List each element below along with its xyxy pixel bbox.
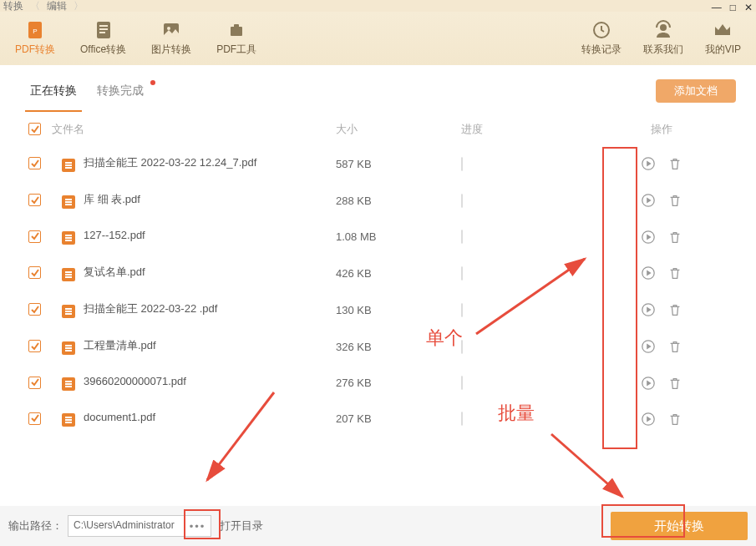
row-checkbox[interactable]: [28, 266, 41, 279]
svg-rect-4: [99, 28, 108, 30]
progress-bar: [461, 340, 463, 354]
file-name: document1.pdf: [84, 411, 155, 423]
progress-bar: [461, 194, 463, 208]
file-name: 扫描全能王 2022-03-22 .pdf: [84, 302, 217, 315]
toolbar-history[interactable]: 转换记录: [581, 20, 622, 57]
file-name: 工程量清单.pdf: [84, 339, 156, 351]
file-row: 复试名单.pdf426 KB: [20, 255, 736, 291]
toolbar-vip[interactable]: 我的VIP: [705, 20, 741, 57]
breadcrumb: 转换 〈 编辑 〉: [3, 0, 89, 13]
breadcrumb-item[interactable]: 转换: [3, 0, 23, 13]
file-name: 扫描全能王 2022-03-22 12.24_7.pdf: [84, 156, 256, 169]
svg-line-22: [551, 434, 622, 497]
row-checkbox[interactable]: [28, 340, 41, 352]
file-size: 288 KB: [336, 195, 461, 207]
toolbar-pdf-convert[interactable]: P PDF转换: [15, 20, 55, 57]
file-size: 426 KB: [336, 267, 461, 280]
delete-icon[interactable]: [667, 302, 682, 317]
contact-icon: [653, 20, 673, 40]
start-convert-button[interactable]: 开始转换: [611, 512, 748, 540]
col-filename: 文件名: [52, 122, 336, 137]
file-name: 复试名单.pdf: [84, 265, 145, 278]
row-checkbox[interactable]: [28, 230, 41, 243]
delete-icon[interactable]: [667, 156, 682, 171]
progress-bar: [461, 376, 463, 390]
progress-bar: [461, 230, 463, 244]
arrow-icon: [543, 426, 635, 509]
tools-icon: [226, 20, 246, 40]
col-size: 大小: [336, 122, 461, 137]
open-folder-link[interactable]: 打开目录: [220, 518, 263, 533]
svg-point-7: [167, 27, 170, 30]
file-name: 库 细 表.pdf: [84, 193, 140, 205]
pdf-file-icon: [62, 305, 75, 318]
close-button[interactable]: ✕: [744, 2, 753, 13]
file-row: 扫描全能王 2022-03-22 .pdf130 KB: [20, 291, 736, 328]
footer: 输出路径： C:\Users\Administrator ••• 打开目录 开始…: [0, 506, 756, 546]
play-icon[interactable]: [641, 265, 656, 281]
breadcrumb-sep: 〈: [30, 0, 40, 13]
play-icon[interactable]: [641, 156, 656, 171]
svg-rect-9: [234, 24, 239, 28]
tab-converting[interactable]: 正在转换: [20, 77, 87, 105]
file-row: 库 细 表.pdf288 KB: [20, 182, 736, 219]
file-name: 127--152.pdf: [84, 229, 145, 241]
svg-rect-3: [99, 25, 108, 27]
select-all-checkbox[interactable]: [28, 123, 41, 135]
window-controls: — □ ✕: [712, 2, 753, 13]
file-row: 39660200000071.pdf276 KB: [20, 365, 736, 401]
delete-icon[interactable]: [667, 265, 682, 281]
pdf-file-icon: [62, 159, 75, 172]
play-icon[interactable]: [641, 376, 656, 391]
tabbar: 正在转换 转换完成 添加文档: [0, 65, 756, 105]
delete-icon[interactable]: [667, 339, 682, 354]
add-document-button[interactable]: 添加文档: [656, 79, 736, 103]
delete-icon[interactable]: [667, 230, 682, 245]
pdf-file-icon: [62, 377, 75, 391]
output-path-input[interactable]: C:\Users\Administrator: [68, 515, 185, 537]
file-list: 文件名 大小 进度 操作 扫描全能王 2022-03-22 12.24_7.pd…: [0, 105, 756, 437]
file-size: 207 KB: [336, 412, 461, 425]
minimize-button[interactable]: —: [712, 2, 722, 13]
progress-bar: [461, 412, 463, 426]
play-icon[interactable]: [641, 230, 656, 245]
col-action: 操作: [620, 122, 703, 137]
row-checkbox[interactable]: [28, 157, 41, 169]
play-icon[interactable]: [641, 412, 656, 427]
play-icon[interactable]: [641, 302, 656, 317]
delete-icon[interactable]: [667, 193, 682, 208]
delete-icon[interactable]: [667, 412, 682, 427]
notification-dot-icon: [150, 80, 155, 85]
svg-rect-5: [99, 32, 105, 33]
col-progress: 进度: [461, 122, 620, 137]
toolbar-pdf-tools[interactable]: PDF工具: [216, 20, 256, 57]
play-icon[interactable]: [641, 339, 656, 354]
toolbar-office-convert[interactable]: Office转换: [80, 20, 126, 57]
toolbar-contact[interactable]: 联系我们: [643, 20, 683, 57]
svg-text:P: P: [33, 28, 37, 35]
breadcrumb-item[interactable]: 编辑: [47, 0, 67, 13]
pdf-file-icon: [62, 231, 75, 245]
list-header: 文件名 大小 进度 操作: [20, 114, 736, 145]
toolbar-image-convert[interactable]: 图片转换: [151, 20, 191, 57]
image-icon: [161, 20, 181, 40]
pdf-file-icon: [62, 341, 75, 355]
tab-completed[interactable]: 转换完成: [87, 77, 154, 105]
progress-bar: [461, 303, 463, 317]
row-checkbox[interactable]: [28, 303, 41, 316]
pdf-icon: P: [25, 20, 45, 40]
svg-point-11: [660, 24, 667, 31]
pdf-file-icon: [62, 268, 75, 281]
breadcrumb-sep: 〉: [74, 0, 84, 13]
row-checkbox[interactable]: [28, 194, 41, 206]
maximize-button[interactable]: □: [730, 2, 736, 13]
row-checkbox[interactable]: [28, 412, 41, 425]
play-icon[interactable]: [641, 193, 656, 208]
browse-button[interactable]: •••: [185, 515, 211, 537]
delete-icon[interactable]: [667, 376, 682, 391]
row-checkbox[interactable]: [28, 377, 41, 389]
output-path-label: 输出路径：: [8, 518, 63, 533]
doc-icon: [94, 20, 114, 40]
file-row: 127--152.pdf1.08 MB: [20, 219, 736, 255]
svg-rect-8: [231, 27, 242, 36]
